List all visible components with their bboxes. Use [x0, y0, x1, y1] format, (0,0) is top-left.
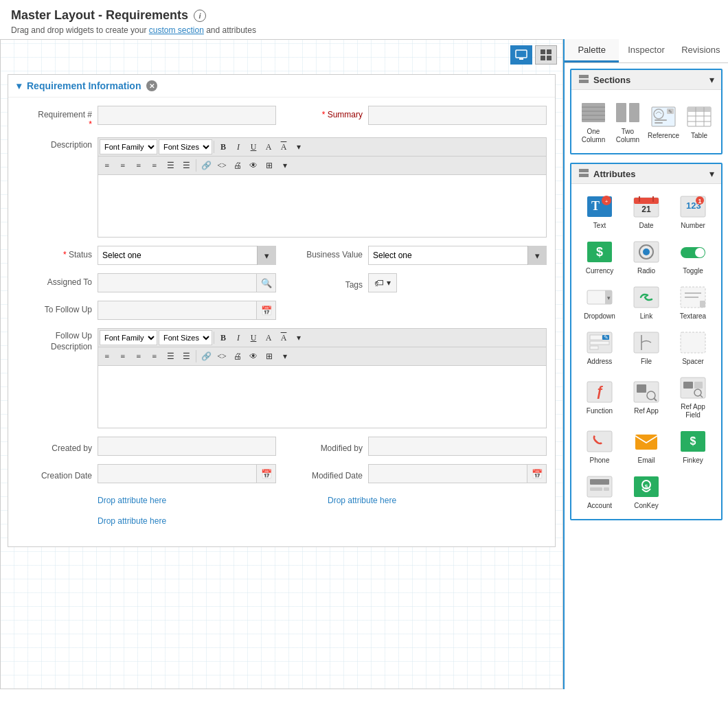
palette-two-column[interactable]: Two Column [611, 95, 644, 148]
list-ul-btn-2[interactable]: ☰ [163, 349, 178, 364]
follow-up-date-wrap: 📅 [98, 301, 276, 320]
drop-attr-row-2: Drop attribute here [16, 512, 547, 530]
bold-btn-2[interactable]: B [216, 330, 231, 345]
palette-spacer[interactable]: Spacer [670, 325, 716, 369]
palette-conkey[interactable]: $ ConKey [624, 470, 669, 513]
tags-btn[interactable]: 🏷 ▾ [368, 273, 397, 292]
tab-revisions[interactable]: Revisions [674, 39, 728, 62]
palette-textarea[interactable]: Textarea [670, 280, 716, 324]
palette-phone[interactable]: Phone [577, 424, 622, 468]
code-btn[interactable]: <> [214, 158, 229, 173]
align-center-btn-2[interactable]: ≡ [115, 349, 130, 364]
tab-palette[interactable]: Palette [565, 39, 619, 62]
palette-number[interactable]: 123 1 Number [670, 189, 716, 233]
palette-table[interactable]: Table [683, 95, 716, 148]
bold-btn[interactable]: B [216, 139, 231, 154]
underline-btn[interactable]: U [246, 139, 261, 154]
palette-ref-app-field[interactable]: Ref App Field [670, 371, 716, 423]
print-btn[interactable]: 🖨 [230, 158, 245, 173]
drop-attr-left-2[interactable]: Drop attribute here [98, 512, 166, 530]
align-right-btn-2[interactable]: ≡ [131, 349, 146, 364]
align-left-btn-2[interactable]: ≡ [100, 349, 115, 364]
phone-attr-label: Phone [590, 456, 610, 465]
palette-reference[interactable]: ✎ Reference [646, 95, 681, 148]
font-size-select-2[interactable]: Font Sizes [159, 330, 212, 345]
modified-date-cal-btn[interactable]: 📅 [527, 464, 547, 483]
modified-by-input[interactable] [368, 437, 547, 456]
underline-btn-2[interactable]: U [246, 330, 261, 345]
palette-dropdown[interactable]: ▾ Dropdown [577, 280, 622, 324]
list-ul-btn[interactable]: ☰ [163, 158, 178, 173]
palette-date[interactable]: 21 Date [624, 189, 669, 233]
section-close-btn[interactable]: ✕ [146, 80, 157, 91]
font-highlight-btn[interactable]: A [276, 139, 291, 154]
email-attr-icon [633, 430, 660, 453]
drop-attr-right-1[interactable]: Drop attribute here [328, 492, 396, 509]
font-size-select[interactable]: Font Sizes [159, 139, 212, 154]
custom-section-link[interactable]: custom section [149, 25, 204, 35]
table-more-btn[interactable]: ▾ [277, 158, 293, 173]
more-btn[interactable]: ▾ [291, 139, 306, 154]
align-right-btn[interactable]: ≡ [131, 158, 146, 173]
code-btn-2[interactable]: <> [214, 349, 229, 364]
palette-file[interactable]: File [624, 325, 669, 369]
preview-btn[interactable]: 👁 [246, 158, 261, 173]
modified-date-input[interactable] [368, 464, 527, 483]
palette-address[interactable]: ✎ Address [577, 325, 622, 369]
drop-attr-left-1[interactable]: Drop attribute here [98, 492, 166, 509]
link-btn[interactable]: 🔗 [198, 158, 214, 173]
palette-currency[interactable]: $ Currency [577, 235, 622, 279]
summary-input[interactable] [368, 106, 547, 125]
follow-up-input[interactable] [98, 301, 257, 320]
link-btn-2[interactable]: 🔗 [198, 349, 214, 364]
created-by-input[interactable] [98, 437, 276, 456]
biz-val-label: Business Value [287, 246, 363, 259]
follow-up-cal-btn[interactable]: 📅 [257, 301, 276, 320]
list-ol-btn-2[interactable]: ☰ [179, 349, 194, 364]
palette-email[interactable]: Email [624, 424, 669, 468]
palette-one-column[interactable]: One Column [577, 95, 610, 148]
palette-finkey[interactable]: $ Finkey [670, 424, 716, 468]
req-no-input[interactable] [98, 106, 276, 125]
align-center-btn[interactable]: ≡ [115, 158, 130, 173]
palette-text[interactable]: T + Text [577, 189, 622, 233]
collapse-btn[interactable]: ▾ [16, 80, 21, 91]
creation-date-input[interactable] [98, 464, 257, 483]
italic-btn[interactable]: I [231, 139, 246, 154]
font-family-select[interactable]: Font Family [100, 139, 157, 154]
creation-date-cal-btn[interactable]: 📅 [257, 464, 276, 483]
align-left-btn[interactable]: ≡ [100, 158, 115, 173]
grid-view-btn[interactable] [535, 45, 557, 65]
table-btn-2[interactable]: ⊞ [262, 349, 277, 364]
search-btn[interactable]: 🔍 [257, 273, 276, 292]
more-btn-2[interactable]: ▾ [291, 330, 306, 345]
align-justify-btn-2[interactable]: ≡ [147, 349, 162, 364]
palette-radio[interactable]: Radio [624, 235, 669, 279]
table-btn[interactable]: ⊞ [262, 158, 277, 173]
font-family-select-2[interactable]: Font Family [100, 330, 157, 345]
palette-account[interactable]: Account [577, 470, 622, 513]
follow-desc-body[interactable] [98, 366, 546, 428]
desktop-view-btn[interactable] [510, 45, 532, 65]
palette-ref-app[interactable]: Ref App [624, 371, 669, 423]
palette-link[interactable]: Link [624, 280, 669, 324]
description-body[interactable] [98, 175, 546, 237]
list-ol-btn[interactable]: ☰ [179, 158, 194, 173]
sections-collapse-btn[interactable]: ▾ [709, 74, 714, 85]
preview-btn-2[interactable]: 👁 [246, 349, 261, 364]
assigned-input[interactable] [98, 273, 257, 292]
font-highlight-btn-2[interactable]: A [276, 330, 291, 345]
align-justify-btn[interactable]: ≡ [147, 158, 162, 173]
palette-toggle[interactable]: Toggle [670, 235, 716, 279]
table-more-btn-2[interactable]: ▾ [277, 349, 293, 364]
info-icon[interactable]: i [194, 10, 206, 22]
status-select[interactable]: Select one [98, 246, 276, 265]
palette-function[interactable]: ƒ Function [577, 371, 622, 423]
italic-btn-2[interactable]: I [231, 330, 246, 345]
font-color-btn-2[interactable]: A [261, 330, 276, 345]
font-color-btn[interactable]: A [261, 139, 276, 154]
tab-inspector[interactable]: Inspector [619, 39, 673, 62]
attributes-collapse-btn[interactable]: ▾ [709, 168, 714, 179]
biz-val-select[interactable]: Select one [368, 246, 547, 265]
print-btn-2[interactable]: 🖨 [230, 349, 245, 364]
